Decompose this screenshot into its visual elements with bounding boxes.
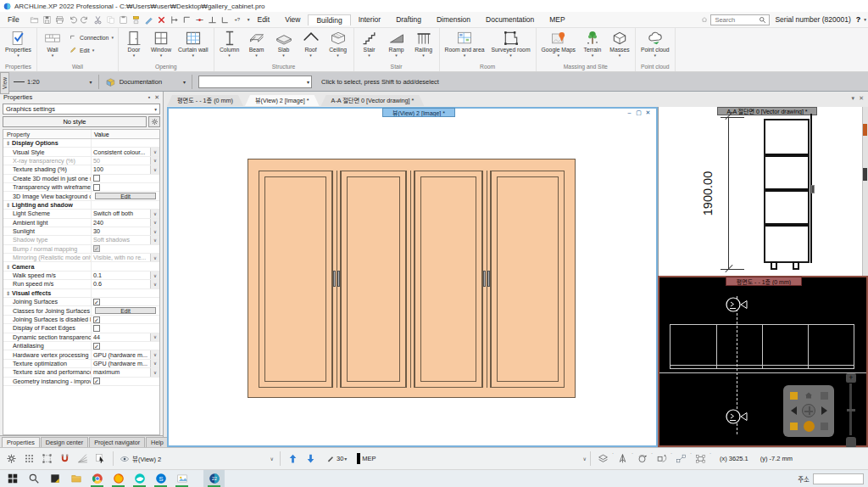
undo-button[interactable] bbox=[67, 14, 79, 26]
north-arrow-button[interactable] bbox=[614, 451, 632, 467]
nav-left-icon[interactable] bbox=[791, 406, 797, 415]
dropdown-chevron-icon[interactable]: ∨ bbox=[150, 227, 159, 235]
no-style-button[interactable]: No style bbox=[3, 116, 147, 127]
rotate-3d-button[interactable] bbox=[653, 451, 670, 467]
dropdown-chevron-icon[interactable]: ∨ bbox=[150, 280, 159, 288]
texture-size-and-performance-dropdown[interactable]: maximum∨ bbox=[91, 368, 159, 376]
style-settings-button[interactable] bbox=[148, 116, 160, 127]
delete-button[interactable] bbox=[156, 14, 168, 26]
ribbon-masses-button[interactable]: Masses▾ bbox=[607, 30, 632, 58]
nav-corner-icon[interactable] bbox=[790, 392, 798, 400]
menu-interior[interactable]: Interior bbox=[351, 14, 388, 25]
dropdown-chevron-icon[interactable]: ∨ bbox=[150, 360, 159, 367]
section-scrollbar[interactable] bbox=[862, 107, 868, 276]
taskbar-chrome[interactable] bbox=[86, 470, 108, 487]
main-drawing-canvas[interactable]: 뷰(View) 2 [Image] * – ▢ ✕ bbox=[167, 107, 658, 447]
dropdown-chevron-icon[interactable]: ∨ bbox=[150, 254, 159, 261]
dropdown-chevron-icon[interactable]: ∨ bbox=[150, 236, 159, 244]
ribbon-stair-button[interactable]: Stair▾ bbox=[357, 30, 382, 58]
walk-speed-m-s-dropdown[interactable]: 0.1∨ bbox=[91, 271, 159, 279]
section-toggle-icon[interactable]: ⇕ bbox=[6, 290, 10, 296]
selection-frame-button[interactable] bbox=[38, 451, 56, 467]
ribbon-curtain-wall-button[interactable]: Curtain wall▾ bbox=[175, 30, 211, 58]
transparency-with-wireframe-checkbox[interactable] bbox=[93, 184, 100, 191]
cabinet-section-view[interactable] bbox=[764, 119, 810, 263]
menubar-caret[interactable]: ▾ bbox=[864, 17, 866, 22]
nav-mode-icon[interactable] bbox=[821, 423, 828, 430]
dropdown-chevron-icon[interactable]: ∨ bbox=[150, 165, 159, 173]
panel-menu-icon[interactable]: ▾ bbox=[852, 95, 855, 102]
copy-button[interactable] bbox=[105, 14, 117, 26]
plan-view-panel[interactable]: 평면도 - - 1층 (0 mm) + bbox=[658, 276, 868, 447]
panel-tab-design-center[interactable]: Design center bbox=[41, 437, 88, 447]
cut-button[interactable] bbox=[92, 14, 104, 26]
menu-edit[interactable]: Edit bbox=[249, 14, 277, 25]
antialiasing-checkbox[interactable]: ✓ bbox=[93, 343, 100, 350]
ribbon-window-button[interactable]: Window▾ bbox=[148, 30, 174, 58]
cabinet-front-view[interactable] bbox=[248, 159, 576, 398]
dropdown-chevron-icon[interactable]: ∨ bbox=[150, 157, 159, 165]
taskbar-whale-browser[interactable] bbox=[129, 470, 150, 487]
menu-drafting[interactable]: Drafting bbox=[388, 14, 429, 25]
guide-lines-button[interactable] bbox=[74, 451, 92, 467]
section-toggle-icon[interactable]: ⇕ bbox=[6, 140, 10, 146]
arrow-down-button[interactable] bbox=[302, 451, 320, 467]
joining-surfaces-checkbox[interactable]: ✓ bbox=[93, 299, 100, 305]
snap-midpoint-button[interactable] bbox=[194, 14, 206, 26]
panel-tab-help[interactable]: Help bbox=[146, 437, 169, 447]
layer-selector[interactable]: Documentation bbox=[105, 76, 162, 87]
panel-close-icon[interactable]: ✕ bbox=[154, 94, 159, 101]
cabinet-door[interactable] bbox=[491, 171, 565, 388]
section-marker-icon[interactable] bbox=[725, 406, 748, 427]
ribbon-connection-button[interactable]: Connection▾ bbox=[69, 33, 114, 42]
close-icon[interactable]: ✕ bbox=[644, 109, 652, 116]
address-input[interactable] bbox=[813, 473, 864, 484]
cabinet-door[interactable] bbox=[415, 171, 482, 388]
ribbon-google-maps-button[interactable]: Google Maps▾ bbox=[539, 30, 578, 58]
active-view-title[interactable]: 뷰(View) 2 [Image] * bbox=[382, 108, 455, 117]
search-box[interactable] bbox=[710, 14, 770, 25]
panel-tab-project-navigator[interactable]: Project navigator bbox=[89, 437, 145, 447]
zoom-out-button[interactable] bbox=[847, 409, 855, 411]
taskbar-search[interactable] bbox=[23, 470, 44, 487]
run-speed-m-s-dropdown[interactable]: 0.6∨ bbox=[91, 280, 159, 288]
arrow-up-button[interactable] bbox=[284, 451, 302, 467]
geometry-instancing-improves-t-checkbox[interactable]: ✓ bbox=[93, 378, 100, 384]
dropdown-chevron-icon[interactable]: ∨ bbox=[150, 368, 159, 376]
panel-close-icon[interactable]: ✕ bbox=[859, 95, 864, 102]
ribbon-room-and-area-button[interactable]: Room and area▾ bbox=[442, 30, 487, 58]
nav-corner-icon[interactable] bbox=[790, 423, 798, 430]
ribbon-railing-button[interactable]: Railing▾ bbox=[411, 30, 437, 58]
light-scheme-dropdown[interactable]: Switch off both∨ bbox=[91, 210, 159, 217]
minimize-icon[interactable]: – bbox=[626, 109, 633, 116]
format-painter-button[interactable] bbox=[131, 14, 142, 26]
nav-orbit-icon[interactable] bbox=[804, 421, 815, 432]
dropdown-chevron-icon[interactable]: ∨ bbox=[150, 333, 159, 341]
shadow-type-dropdown[interactable]: Soft shadows∨ bbox=[91, 236, 159, 244]
add-point-button[interactable]: +? bbox=[232, 14, 244, 26]
orbit-button[interactable] bbox=[633, 451, 651, 467]
filter-combo[interactable]: ▾ bbox=[198, 76, 312, 88]
ribbon-roof-button[interactable]: Roof▾ bbox=[298, 30, 324, 58]
taskbar-firefox[interactable] bbox=[108, 470, 129, 487]
ambient-light-dropdown[interactable]: 240∨ bbox=[91, 219, 159, 227]
save-button[interactable] bbox=[42, 14, 53, 26]
dropdown-chevron-icon[interactable]: ∨ bbox=[150, 148, 159, 155]
redo-button[interactable] bbox=[80, 14, 92, 26]
print-button[interactable] bbox=[54, 14, 66, 26]
classes-for-joining-surfaces-button[interactable]: Edit bbox=[95, 307, 156, 315]
fit-frame-button[interactable] bbox=[692, 451, 709, 467]
menu-building[interactable]: Building bbox=[308, 14, 350, 25]
bump-normal-mapping-checkbox[interactable]: ✓ bbox=[93, 245, 100, 252]
joining-surfaces-is-disabled-betw-checkbox[interactable]: ✓ bbox=[93, 316, 100, 323]
ribbon-surveyed-room-button[interactable]: Surveyed room▾ bbox=[488, 30, 532, 58]
section-toggle-icon[interactable]: ⇕ bbox=[6, 264, 10, 270]
cabinet-door[interactable] bbox=[259, 171, 332, 388]
snap-magnet-button[interactable] bbox=[56, 451, 74, 467]
scale-caret[interactable]: ▾ bbox=[90, 79, 92, 85]
help-button[interactable]: ? bbox=[856, 15, 861, 24]
search-icon[interactable] bbox=[759, 16, 766, 24]
doc-tab-0[interactable]: 평면도 - - 1층 (0 mm) bbox=[167, 95, 243, 106]
visual-style-dropdown[interactable]: Consistent colour...∨ bbox=[91, 148, 159, 155]
sunlight-dropdown[interactable]: 30∨ bbox=[91, 227, 159, 235]
